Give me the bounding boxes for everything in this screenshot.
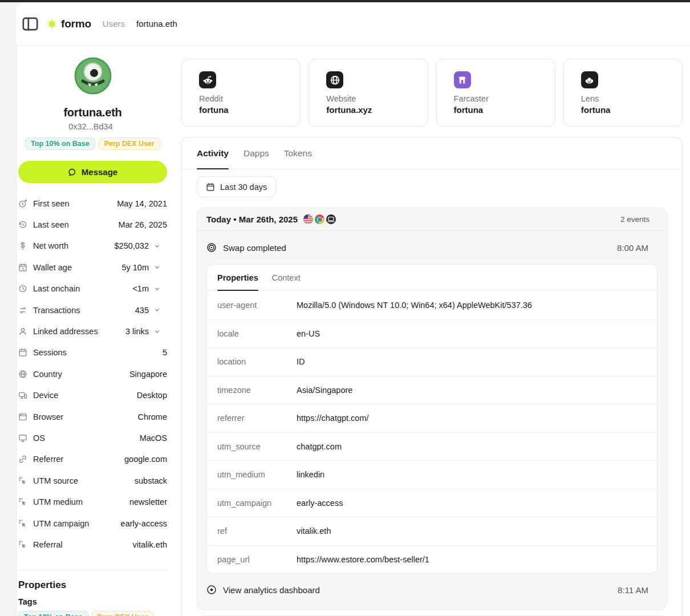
us-flag-badge-icon [303,214,313,224]
chev-down-icon [152,329,161,335]
date-range-button[interactable]: Last 30 days [197,176,276,197]
stat-value: Chrome [137,412,167,422]
stat-label: OS [33,433,45,443]
group-date-label: Today • Mar 26th, 2025 [206,214,298,224]
profile-stat-row[interactable]: Wallet age5y 10m [18,257,167,278]
social-card-label: Lens [581,94,665,103]
tab-dapps[interactable]: Dapps [243,137,269,169]
brand[interactable]: formo [47,18,91,30]
stat-value: Desktop [137,391,167,400]
stat-label: Wallet age [33,263,72,272]
message-button[interactable]: Message [18,161,167,183]
social-cards: RedditfortunaWebsitefortuna.xyzFarcaster… [181,59,683,127]
stat-value: <1m [132,284,149,293]
event-tab-properties[interactable]: Properties [217,265,258,290]
event-time: 8:00 AM [617,243,648,253]
farcaster-icon [454,71,471,88]
cursor-click-icon [18,519,27,528]
main-content: RedditfortunaWebsitefortuna.xyzFarcaster… [181,59,683,616]
profile-stat-row: DeviceDesktop [18,385,167,406]
tab-activity[interactable]: Activity [197,137,229,169]
event-group: Today • Mar 26th, 2025 2 events Swap com… [197,208,667,610]
link-icon [18,455,27,464]
breadcrumb-current: fortuna.eth [136,19,177,29]
property-value: linkedin [297,470,324,479]
stat-value: Singapore [129,370,167,379]
events-count: 2 events [620,215,650,224]
chev-down-icon [152,264,161,270]
stat-label: Browser [33,412,63,422]
calendar-icon [18,348,27,357]
profile-stat-row[interactable]: Net worth$250,032 [18,236,167,257]
chat-icon [68,168,77,177]
browser-icon [18,412,27,422]
property-value: Asia/Singapore [297,386,352,395]
event-row-view-analytics[interactable]: View analytics dashboard 8:11 AM [197,577,667,602]
stat-label: Country [33,370,62,379]
brand-name: formo [61,18,91,30]
stat-value: substack [135,476,167,485]
stat-value: $250,032 [115,241,149,250]
social-card-lens[interactable]: Lensfortuna [563,59,683,127]
property-key: user-agent [217,301,297,310]
profile-name: fortuna.eth [18,106,167,119]
social-card-website[interactable]: Websitefortuna.xyz [309,59,428,127]
profile-stat-row[interactable]: Linked addresses3 links [18,321,167,342]
stat-value: newsletter [129,497,167,506]
main-tabs: ActivityDappsTokens [182,137,682,169]
profile-stat-row: Referrergoogle.com [18,449,167,470]
clock-icon [18,284,27,293]
avatar [74,57,112,95]
stat-label: Linked addresses [33,327,98,336]
formo-logo-icon [47,19,57,29]
social-card-label: Farcaster [454,94,538,103]
stat-label: Sessions [33,348,67,357]
property-key: utm_medium [217,470,297,479]
tags-section-title: Tags [18,597,167,606]
property-key: ref [217,526,297,536]
website-icon [326,71,343,88]
profile-stat-row: CountrySingapore [18,363,167,384]
property-value: en-US [297,329,320,338]
cursor-click-icon [18,476,27,485]
social-card-label: Website [326,94,410,103]
event-row-swap-completed[interactable]: Swap completed 8:00 AM [197,231,667,264]
property-value: early-access [297,499,343,508]
section-tag-chip: Perp DEX User [92,611,153,616]
device-icon [18,391,27,400]
globe-icon [18,370,27,379]
social-card-value: fortuna [199,105,283,115]
wallet-address: 0x32...Bd34 [68,122,112,131]
profile-stat-row[interactable]: Transactions435 [18,299,167,321]
property-value: Mozilla/5.0 (Windows NT 10.0; Win64; x64… [297,301,532,310]
property-key: referrer [217,414,297,423]
calendar-clock-icon [18,263,27,272]
event-properties-card: PropertiesContext user-agentMozilla/5.0 … [206,264,657,574]
event-time: 8:11 AM [618,585,648,595]
profile-stat-row: UTM sourcesubstack [18,470,167,491]
profile-stat-row: UTM mediumnewsletter [18,491,167,512]
property-value: ID [297,357,305,366]
breadcrumb-section[interactable]: Users [103,19,125,29]
target-icon [206,242,217,253]
stat-label: Last seen [33,220,69,229]
page: formo Users fortuna.eth fortuna.eth 0x32… [0,0,690,616]
profile-sidebar: fortuna.eth 0x32...Bd34 Top 10% on BaseP… [18,57,167,616]
profile-stat-row[interactable]: Last onchain<1m [18,278,167,299]
property-row: utm_sourcechatgpt.com [207,432,657,461]
stat-label: Last onchain [33,284,80,293]
social-card-reddit[interactable]: Redditfortuna [181,59,301,127]
stat-label: UTM medium [33,497,83,506]
property-value: vitalik.eth [297,526,331,536]
property-value: https://www.estore.com/best-seller/1 [297,555,429,564]
event-tab-context[interactable]: Context [272,265,301,290]
chev-down-icon [152,286,161,292]
profile-stat-row: OSMacOS [18,427,167,448]
social-card-label: Reddit [199,94,283,103]
tab-tokens[interactable]: Tokens [284,137,312,169]
sidebar-toggle-button[interactable] [22,15,39,33]
profile-tag-chip: Top 10% on Base [25,137,95,150]
property-row: referrerhttps://chatgpt.com/ [207,404,657,432]
social-card-farcaster[interactable]: Farcasterfortuna [436,59,555,127]
section-tag-chip: Top 10% on Base [18,611,88,616]
